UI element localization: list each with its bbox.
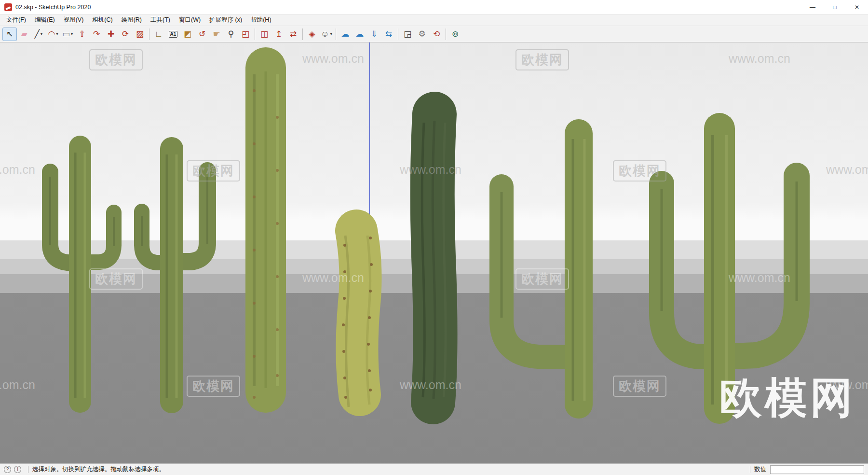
cactus-model-2[interactable] <box>142 149 207 402</box>
avatar-icon: ☺ <box>321 30 329 38</box>
component-icon: ◫ <box>260 30 268 38</box>
menu-file[interactable]: 文件(F) <box>2 14 30 26</box>
status-separator <box>750 466 750 473</box>
trimble-connect-icon: ⊚ <box>452 30 459 38</box>
watermark-url: www.om.cn <box>302 49 364 66</box>
tag-icon: ◈ <box>309 30 315 38</box>
info-icon[interactable]: i <box>14 466 21 473</box>
menu-help[interactable]: 帮助(H) <box>246 14 275 26</box>
watermark-logo: 欧模网 <box>187 376 240 397</box>
status-bar: ? i 选择对象。切换到扩充选择。拖动鼠标选择多项。 数值 <box>0 463 868 475</box>
text-icon: A1 <box>169 31 178 38</box>
select-icon: ↖ <box>6 30 13 38</box>
avatar-dropdown-arrow[interactable]: ▾ <box>330 32 332 36</box>
component-exchange-icon: ⇄ <box>290 30 297 38</box>
watermark-url: www.om.cn <box>400 376 461 392</box>
extension-manager-icon: ⚙ <box>418 30 425 38</box>
tape-measure-tool[interactable]: ∟ <box>151 28 166 41</box>
rotate-tool[interactable]: ⟳ <box>118 28 133 41</box>
orbit-tool[interactable]: ↺ <box>195 28 209 41</box>
pushpull-icon: ⇧ <box>79 30 85 38</box>
line-dropdown-arrow[interactable]: ▾ <box>41 32 42 36</box>
zoom-extents-tool[interactable]: ◰ <box>238 28 253 41</box>
menu-camera[interactable]: 相机(C) <box>88 14 117 26</box>
window-controls: — □ ✕ <box>801 0 868 14</box>
select-tool[interactable]: ↖ <box>2 28 17 41</box>
warehouse-model-icon: ☁ <box>356 30 364 38</box>
move-tool[interactable]: ✚ <box>104 28 118 41</box>
component-tool[interactable]: ◫ <box>257 28 271 41</box>
layout-icon: ◲ <box>404 30 411 38</box>
tag-tool[interactable]: ◈ <box>305 28 319 41</box>
model-history-icon: ⟲ <box>433 30 440 38</box>
shapes-tool[interactable]: ▭▾ <box>60 28 75 41</box>
model-history-tool[interactable]: ⟲ <box>429 28 444 41</box>
palette-tool[interactable]: ◩ <box>180 28 195 41</box>
measurement-input[interactable] <box>770 465 864 474</box>
move-icon: ✚ <box>108 30 114 38</box>
zoom-tool[interactable]: ⚲ <box>224 28 238 41</box>
pan-tool[interactable]: ☛ <box>209 28 224 41</box>
warehouse-search-tool[interactable]: ☁ <box>338 28 353 41</box>
watermark-logo: 欧模网 <box>187 160 240 182</box>
cactus-model-4[interactable] <box>342 231 373 407</box>
pan-icon: ☛ <box>213 30 220 38</box>
menu-window[interactable]: 窗口(W) <box>175 14 205 26</box>
cloud-share-tool[interactable]: ⇆ <box>381 28 396 41</box>
status-message: 选择对象。切换到扩充选择。拖动鼠标选择多项。 <box>32 465 165 474</box>
layout-tool[interactable]: ◲ <box>400 28 415 41</box>
trimble-connect-tool[interactable]: ⊚ <box>448 28 462 41</box>
watermark-url: www.om.cn <box>302 268 364 285</box>
cloud-share-icon: ⇆ <box>385 30 392 38</box>
avatar-tool[interactable]: ☺▾ <box>319 28 334 41</box>
orbit-icon: ↺ <box>199 30 205 38</box>
extension-manager-tool[interactable]: ⚙ <box>415 28 429 41</box>
menu-edit[interactable]: 编辑(E) <box>30 14 59 26</box>
watermark-url: www.om.cn <box>0 160 35 177</box>
line-icon: ╱ <box>35 30 40 38</box>
watermark-logo: 欧模网 <box>515 268 569 290</box>
line-tool[interactable]: ╱▾ <box>31 28 46 41</box>
warehouse-search-icon: ☁ <box>341 30 350 38</box>
watermark-logo: 欧模网 <box>613 160 666 182</box>
toolbar: ↖▰╱▾◠▾▭▾⇧↷✚⟳▨∟A1◩↺☛⚲◰◫↥⇄◈☺▾☁☁⇓⇆◲⚙⟲⊚ <box>0 26 868 42</box>
toolbar-separator <box>398 28 398 40</box>
cloud-download-tool[interactable]: ⇓ <box>367 28 381 41</box>
menu-draw[interactable]: 绘图(R) <box>117 14 146 26</box>
component-exchange-tool[interactable]: ⇄ <box>286 28 300 41</box>
shapes-icon: ▭ <box>62 30 70 38</box>
followme-icon: ↷ <box>93 30 100 38</box>
cactus-model-3[interactable] <box>253 68 279 399</box>
status-separator <box>28 466 28 473</box>
help-icon[interactable]: ? <box>4 466 11 473</box>
tape-measure-icon: ∟ <box>155 30 163 38</box>
followme-tool[interactable]: ↷ <box>89 28 104 41</box>
minimize-button[interactable]: — <box>801 0 824 14</box>
text-tool[interactable]: A1 <box>166 28 180 41</box>
window-title: 02.skp - SketchUp Pro 2020 <box>15 4 91 11</box>
cactus-arm <box>733 176 797 356</box>
watermark-logo: 欧模网 <box>89 49 143 70</box>
paint-bucket-icon: ▨ <box>136 30 144 38</box>
watermark-url: www.om.cn <box>729 49 790 66</box>
eraser-tool[interactable]: ▰ <box>17 28 31 41</box>
close-button[interactable]: ✕ <box>846 0 868 14</box>
paint-bucket-tool[interactable]: ▨ <box>133 28 147 41</box>
shapes-dropdown-arrow[interactable]: ▾ <box>71 32 73 36</box>
menu-extensions[interactable]: 扩展程序 (x) <box>205 14 246 26</box>
pushpull-tool[interactable]: ⇧ <box>75 28 89 41</box>
warehouse-model-tool[interactable]: ☁ <box>353 28 367 41</box>
watermark-url: www.om.cn <box>729 268 790 285</box>
menu-tools[interactable]: 工具(T) <box>146 14 175 26</box>
component-upload-tool[interactable]: ↥ <box>271 28 286 41</box>
watermark-url: www.om.cn <box>826 160 868 177</box>
menu-view[interactable]: 视图(V) <box>59 14 88 26</box>
arc-tool[interactable]: ◠▾ <box>46 28 60 41</box>
toolbar-separator <box>149 28 149 40</box>
viewport[interactable]: 欧模网 欧模网www.om.cn欧模网www.om.cn欧模网www.om.cn… <box>0 42 868 463</box>
menu-bar: 文件(F)编辑(E)视图(V)相机(C)绘图(R)工具(T)窗口(W)扩展程序 … <box>0 14 868 26</box>
title-bar[interactable]: 02.skp - SketchUp Pro 2020 — □ ✕ <box>0 0 868 14</box>
arc-dropdown-arrow[interactable]: ▾ <box>56 32 58 36</box>
maximize-button[interactable]: □ <box>824 0 846 14</box>
cactus-model-5[interactable] <box>422 114 446 402</box>
